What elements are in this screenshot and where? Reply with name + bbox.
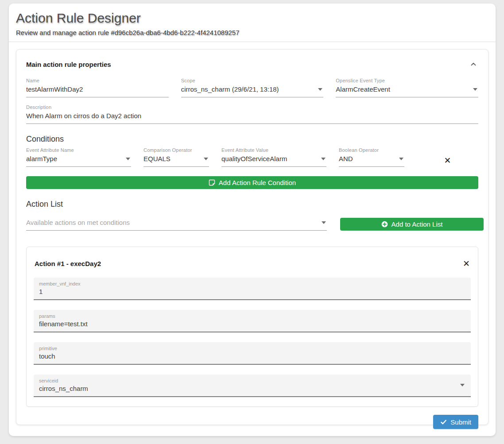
comparison-operator-label: Comparison Operator (143, 147, 209, 153)
name-field-value: testAlarmWithDay2 (26, 85, 83, 93)
main-properties-header: Main action rule properties (26, 59, 478, 69)
dropdown-caret-icon (399, 158, 403, 160)
comparison-operator-select[interactable]: Comparison Operator EQUALS (143, 147, 209, 167)
serviceid-label: serviceid (39, 378, 88, 383)
dropdown-caret-icon (204, 158, 208, 160)
dropdown-caret-icon (473, 88, 477, 91)
name-field[interactable]: Name testAlarmWithDay2 (26, 78, 169, 97)
page-content: Main action rule properties Name testAla… (9, 42, 496, 432)
conditions-heading: Conditions (26, 135, 478, 144)
description-field-label: Description (26, 104, 478, 110)
submit-button[interactable]: Submit (433, 415, 478, 429)
submit-row: Submit (26, 415, 478, 429)
chevron-up-icon (469, 63, 477, 69)
main-properties-card: Main action rule properties Name testAla… (16, 49, 488, 425)
page-header: Action Rule Designer Review and manage a… (9, 4, 496, 42)
event-attribute-name-label: Event Attribute Name (26, 147, 131, 153)
boolean-operator-select[interactable]: Boolean Operator AND (339, 147, 404, 167)
plus-circle-icon (381, 221, 388, 228)
member-vnf-index-value: 1 (39, 288, 81, 295)
close-icon: ✕ (463, 259, 470, 268)
dropdown-caret-icon (318, 88, 322, 91)
scope-select-value: cirros_ns_charm (29/6/21, 13:18) (181, 85, 279, 93)
remove-condition-button[interactable]: ✕ (444, 156, 451, 165)
scope-select[interactable]: Scope cirros_ns_charm (29/6/21, 13:18) (181, 78, 324, 97)
available-actions-placeholder: Available actions on met conditions (26, 219, 130, 226)
page-subtitle: Review and manage action rule #d96cb26a-… (16, 29, 488, 36)
action-card: Action #1 - execDay2 ✕ member_vnf_index … (26, 247, 478, 407)
available-actions-select[interactable]: Available actions on met conditions (26, 213, 327, 231)
collapse-panel-button[interactable] (469, 59, 478, 69)
page-title: Action Rule Designer (16, 11, 488, 26)
serviceid-select[interactable]: serviceid cirros_ns_charm (34, 375, 471, 397)
submit-button-label: Submit (450, 418, 471, 426)
primitive-value: touch (39, 352, 57, 360)
member-vnf-index-field[interactable]: member_vnf_index 1 (34, 278, 471, 300)
add-to-action-list-button[interactable]: Add to Action List (340, 218, 484, 231)
event-attribute-name-select[interactable]: Event Attribute Name alarmType (26, 147, 131, 167)
primitive-label: primitive (39, 346, 57, 351)
primitive-field[interactable]: primitive touch (34, 342, 471, 365)
event-attribute-name-value: alarmType (26, 155, 57, 162)
main-fields-row: Name testAlarmWithDay2 Scope cirros_ns_c… (26, 78, 478, 97)
action-card-title: Action #1 - execDay2 (35, 260, 101, 267)
member-vnf-index-label: member_vnf_index (39, 281, 81, 286)
dropdown-caret-icon (321, 158, 326, 160)
action-list-heading: Action List (26, 200, 478, 209)
dropdown-caret-icon (126, 158, 130, 160)
action-select-row: Available actions on met conditions Add … (26, 213, 478, 231)
scope-select-label: Scope (181, 78, 324, 83)
note-icon (209, 179, 215, 186)
params-field[interactable]: params filename=test.txt (34, 310, 471, 332)
add-condition-button[interactable]: Add Action Rule Condition (26, 176, 478, 189)
close-icon: ✕ (444, 156, 451, 165)
params-label: params (39, 313, 88, 319)
check-icon (440, 419, 447, 425)
dropdown-caret-icon (322, 221, 326, 224)
comparison-operator-value: EQUALS (143, 155, 171, 162)
main-properties-title: Main action rule properties (26, 61, 111, 68)
action-card-header: Action #1 - execDay2 ✕ (34, 255, 471, 268)
params-value: filename=test.txt (39, 320, 88, 328)
boolean-operator-value: AND (339, 155, 353, 162)
event-type-select-value: AlarmCreateEvent (336, 85, 390, 93)
event-type-select[interactable]: Openslice Event Type AlarmCreateEvent (336, 78, 478, 97)
event-attribute-value-value: qualityOfServiceAlarm (221, 155, 287, 162)
add-condition-button-label: Add Action Rule Condition (219, 179, 296, 186)
name-field-label: Name (26, 78, 169, 83)
serviceid-value: cirros_ns_charm (39, 385, 88, 392)
event-attribute-value-label: Event Attribute Value (221, 147, 326, 153)
event-attribute-value-select[interactable]: Event Attribute Value qualityOfServiceAl… (221, 147, 326, 167)
description-field[interactable]: Description When Alarm on cirros do a Da… (26, 104, 478, 124)
condition-row: Event Attribute Name alarmType Compariso… (26, 147, 478, 167)
event-type-select-label: Openslice Event Type (336, 78, 478, 83)
dropdown-caret-icon (460, 384, 465, 386)
add-to-action-list-button-label: Add to Action List (392, 220, 443, 228)
description-field-value: When Alarm on cirros do a Day2 action (26, 112, 141, 120)
action-rule-designer-panel: Action Rule Designer Review and manage a… (9, 4, 496, 436)
remove-action-button[interactable]: ✕ (463, 259, 470, 268)
boolean-operator-label: Boolean Operator (339, 147, 404, 153)
